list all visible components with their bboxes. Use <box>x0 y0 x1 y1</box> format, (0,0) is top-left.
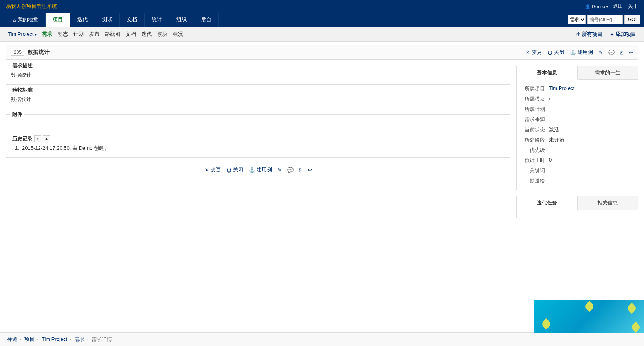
nav-org[interactable]: 组织 <box>169 13 194 27</box>
back-icon-button-bottom[interactable]: ↩ <box>308 166 312 173</box>
all-projects-link[interactable]: ⚛所有项目 <box>576 31 602 38</box>
desc-body: 数据统计 <box>11 72 505 79</box>
history-sort-button[interactable]: ↑ <box>34 135 41 142</box>
attachment-legend: 附件 <box>10 111 24 118</box>
search-type-select[interactable]: 需求 <box>568 15 586 24</box>
subnav-activity[interactable]: 动态 <box>58 31 68 38</box>
change-button[interactable]: ✕变更 <box>526 49 542 56</box>
attachment-section: 附件 <box>6 114 510 133</box>
sitemap-icon: ⚛ <box>576 31 581 37</box>
subnav-iteration[interactable]: 迭代 <box>141 31 152 38</box>
logout-link[interactable]: 退出 <box>613 3 623 10</box>
tab-related-info[interactable]: 相关信息 <box>578 196 638 210</box>
comment-icon-button-bottom[interactable]: 💬 <box>287 166 294 173</box>
nav-test[interactable]: 测试 <box>95 13 120 27</box>
history-item: 1. 2015-12-24 17:20:50, 由 Demo 创建。 <box>11 145 505 152</box>
nav-stats[interactable]: 统计 <box>145 13 169 27</box>
label-project: 所属项目 <box>521 84 548 94</box>
value-project[interactable]: Tim Project <box>549 85 574 91</box>
close-button-bottom[interactable]: ⏻关闭 <box>226 166 243 173</box>
history-section: 历史记录 ↑ ＋ 1. 2015-12-24 17:20:50, 由 Demo … <box>6 139 510 158</box>
tab-basic-info[interactable]: 基本信息 <box>517 66 578 80</box>
label-module: 所属模块 <box>521 94 548 104</box>
history-legend: 历史记录 <box>12 135 33 142</box>
value-stage: 未开始 <box>548 135 634 145</box>
create-case-button[interactable]: ⚓建用例 <box>570 49 593 56</box>
acceptance-section: 验收标准 数据统计 <box>6 90 510 109</box>
bottom-actions: ✕变更 ⏻关闭 ⚓建用例 ✎ 💬 ⎘ ↩ <box>6 163 510 177</box>
nav-doc[interactable]: 文档 <box>120 13 145 27</box>
copy-icon: ⎘ <box>620 50 623 55</box>
back-icon: ↩ <box>629 50 633 55</box>
sub-nav: Tim Project 需求 动态 计划 发布 路线图 文档 迭代 模块 概况 … <box>0 27 644 42</box>
value-status: 激活 <box>548 125 634 135</box>
value-module: / <box>548 94 634 104</box>
edit-icon: ✎ <box>277 167 282 173</box>
main-nav: ⌂我的地盘 项目 迭代 测试 文档 统计 组织 后台 需求 GO! <box>0 13 644 27</box>
story-id-badge: 205 <box>11 49 24 56</box>
user-menu[interactable]: 👤Demo <box>585 4 608 9</box>
add-project-link[interactable]: ＋添加项目 <box>609 31 636 38</box>
value-priority <box>548 145 634 155</box>
story-title: 数据统计 <box>28 49 50 56</box>
shuffle-icon: ✕ <box>526 50 530 55</box>
basic-info-panel: 基本信息 需求的一生 所属项目Tim Project 所属模块/ 所属计划 需求… <box>516 66 638 190</box>
subnav-roadmap[interactable]: 路线图 <box>105 31 120 38</box>
shuffle-icon: ✕ <box>205 167 209 173</box>
tree-icon: ⚓ <box>570 50 576 55</box>
value-estimate: 0 <box>548 155 634 166</box>
history-expand-button[interactable]: ＋ <box>43 135 50 142</box>
content-area: 需求描述 数据统计 验收标准 数据统计 附件 历史记录 ↑ ＋ 1. 2015-… <box>0 60 644 224</box>
label-plan: 所属计划 <box>521 104 548 114</box>
power-icon: ⏻ <box>226 167 231 173</box>
power-icon: ⏻ <box>547 50 552 55</box>
nav-iteration[interactable]: 迭代 <box>70 13 95 27</box>
title-bar: 205 数据统计 ✕变更 ⏻关闭 ⚓建用例 ✎ 💬 ⎘ ↩ <box>6 45 638 60</box>
related-panel: 迭代任务 相关信息 <box>516 196 638 218</box>
search-go-button[interactable]: GO! <box>624 15 640 24</box>
nav-admin[interactable]: 后台 <box>194 13 219 27</box>
desc-legend: 需求描述 <box>10 62 35 69</box>
attachment-body <box>11 120 505 128</box>
close-button[interactable]: ⏻关闭 <box>547 49 564 56</box>
search-input[interactable] <box>587 15 623 24</box>
nav-dashboard[interactable]: ⌂我的地盘 <box>6 13 46 27</box>
label-cc: 抄送给 <box>521 176 548 186</box>
project-selector[interactable]: Tim Project <box>8 31 37 37</box>
search-box: 需求 GO! <box>568 13 644 27</box>
subnav-plan[interactable]: 计划 <box>73 31 84 38</box>
label-stage: 所处阶段 <box>521 135 548 145</box>
nav-project[interactable]: 项目 <box>46 13 70 27</box>
create-case-button-bottom[interactable]: ⚓建用例 <box>249 166 272 173</box>
edit-icon-button-bottom[interactable]: ✎ <box>277 166 282 173</box>
tab-iteration-tasks[interactable]: 迭代任务 <box>517 196 578 210</box>
label-estimate: 预计工时 <box>521 155 548 166</box>
desc-section: 需求描述 数据统计 <box>6 66 510 85</box>
label-status: 当前状态 <box>521 125 548 135</box>
comment-icon-button[interactable]: 💬 <box>608 50 615 55</box>
copy-icon-button[interactable]: ⎘ <box>620 50 623 55</box>
copy-icon-button-bottom[interactable]: ⎘ <box>299 166 302 173</box>
plus-icon: ＋ <box>609 31 615 37</box>
value-source <box>548 114 634 125</box>
tree-icon: ⚓ <box>249 167 255 173</box>
comment-icon: 💬 <box>287 167 294 173</box>
change-button-bottom[interactable]: ✕变更 <box>205 166 221 173</box>
label-source: 需求来源 <box>521 114 548 125</box>
edit-icon-button[interactable]: ✎ <box>598 50 603 55</box>
value-keyword <box>548 166 634 176</box>
related-body <box>517 210 638 218</box>
subnav-doc[interactable]: 文档 <box>126 31 136 38</box>
label-keyword: 关键词 <box>521 166 548 176</box>
edit-icon: ✎ <box>598 50 603 55</box>
subnav-requirement[interactable]: 需求 <box>42 31 52 38</box>
about-link[interactable]: 关于 <box>628 3 638 10</box>
brand-title: 易软天创项目管理系统 <box>6 3 57 10</box>
subnav-release[interactable]: 发布 <box>89 31 99 38</box>
back-icon-button[interactable]: ↩ <box>629 50 633 55</box>
subnav-module[interactable]: 模块 <box>157 31 167 38</box>
tab-story-life[interactable]: 需求的一生 <box>578 66 638 80</box>
caret-down-icon <box>605 4 608 9</box>
acceptance-legend: 验收标准 <box>10 86 35 94</box>
subnav-overview[interactable]: 概况 <box>173 31 183 38</box>
